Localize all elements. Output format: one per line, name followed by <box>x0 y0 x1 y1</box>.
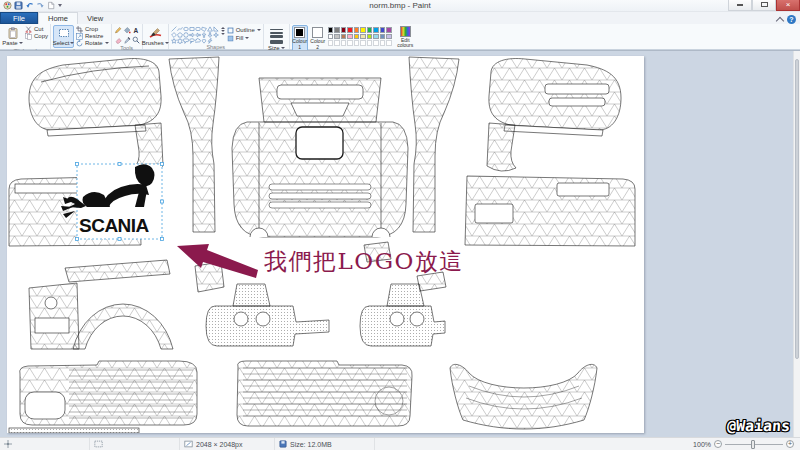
maximize-button[interactable] <box>752 0 776 11</box>
palette-swatch[interactable] <box>380 27 386 33</box>
pencil-tool-icon[interactable] <box>114 26 122 34</box>
minimize-button[interactable] <box>728 0 752 11</box>
cut-icon <box>25 26 32 33</box>
shape-outline-button[interactable]: Outline <box>227 27 261 33</box>
outline-icon <box>227 27 234 34</box>
zoom-out-button[interactable]: − <box>714 440 722 448</box>
colour1-swatch <box>294 27 305 38</box>
palette-swatch-empty[interactable] <box>380 40 386 46</box>
paste-button[interactable]: Paste <box>2 25 23 48</box>
copy-icon <box>25 33 32 40</box>
fill-bucket-tool-icon[interactable] <box>123 26 131 34</box>
image-dimensions-icon <box>184 440 193 448</box>
shapes-grid <box>171 25 219 44</box>
palette-swatch[interactable] <box>386 27 392 33</box>
colour2-button[interactable]: Colour 2 <box>310 25 326 52</box>
tab-home[interactable]: Home <box>38 12 78 24</box>
palette-swatch-empty[interactable] <box>386 40 392 46</box>
shapes-more-icon[interactable] <box>221 33 225 35</box>
palette-swatch[interactable] <box>334 27 340 33</box>
eraser-tool-icon[interactable] <box>114 36 122 44</box>
palette-swatch[interactable] <box>354 34 360 40</box>
shape-fill-button[interactable]: Fill <box>227 35 261 41</box>
window-title: norm.bmp - Paint <box>0 1 800 10</box>
cut-button[interactable]: Cut <box>25 26 48 32</box>
palette-swatch[interactable] <box>367 27 373 33</box>
undo-icon[interactable] <box>25 1 34 10</box>
cursor-position-cell <box>0 438 90 450</box>
palette-swatch[interactable] <box>386 34 392 40</box>
uv-piece-cab-side-left <box>29 59 163 172</box>
new-document-icon[interactable] <box>47 1 55 10</box>
palette-swatch-empty[interactable] <box>328 40 334 46</box>
palette-swatch-empty[interactable] <box>354 40 360 46</box>
zoom-in-button[interactable]: + <box>786 440 794 448</box>
palette-swatch-empty[interactable] <box>347 40 353 46</box>
brushes-button[interactable]: Brushes <box>145 25 166 48</box>
zoom-slider-handle[interactable] <box>751 440 755 449</box>
vertical-scrollbar-thumb[interactable] <box>795 59 799 359</box>
paint-window: norm.bmp - Paint × File Home View ? Past… <box>0 0 800 450</box>
palette-swatch[interactable] <box>380 34 386 40</box>
svg-text:A: A <box>133 27 138 34</box>
palette-swatch-empty[interactable] <box>367 40 373 46</box>
crop-button[interactable]: Crop <box>76 26 109 32</box>
zoom-slider[interactable] <box>725 444 783 445</box>
palette-swatch[interactable] <box>354 27 360 33</box>
palette-swatch[interactable] <box>347 27 353 33</box>
copy-button[interactable]: Copy <box>25 33 48 39</box>
four-point-star-shape-icon[interactable] <box>213 32 219 38</box>
palette-swatch[interactable] <box>328 27 334 33</box>
color-picker-tool-icon[interactable] <box>123 36 131 44</box>
uv-piece-cab-side-right <box>487 59 621 172</box>
palette-swatch[interactable] <box>347 34 353 40</box>
text-tool-icon[interactable]: A <box>132 26 140 34</box>
file-size-icon <box>279 440 287 448</box>
customize-toolbar-dropdown-icon[interactable] <box>58 4 62 7</box>
select-icon <box>58 27 70 39</box>
image-dimensions-cell: 2048 × 2048px <box>180 438 275 450</box>
palette-swatch[interactable] <box>341 27 347 33</box>
palette-swatch-empty[interactable] <box>334 40 340 46</box>
shapes-scroll-up-icon[interactable] <box>221 27 225 29</box>
tab-file[interactable]: File <box>0 12 38 24</box>
fill-label: Fill <box>236 35 244 41</box>
quick-access-toolbar <box>0 1 62 10</box>
resize-button[interactable]: Resize <box>76 33 109 39</box>
uv-piece-windshield <box>450 364 597 429</box>
palette-swatch[interactable] <box>367 34 373 40</box>
save-icon[interactable] <box>14 1 23 10</box>
select-button[interactable]: Select <box>53 25 74 48</box>
group-shapes: Outline Fill Shapes <box>169 24 264 49</box>
uv-piece-cab-back <box>232 78 408 237</box>
palette-swatch[interactable] <box>341 34 347 40</box>
magnifier-tool-icon[interactable] <box>132 36 140 44</box>
size-button[interactable]: Size <box>266 25 287 53</box>
close-button[interactable]: × <box>776 0 800 11</box>
palette-swatch-empty[interactable] <box>373 40 379 46</box>
palette-swatch-empty[interactable] <box>360 40 366 46</box>
select-label: Select <box>53 40 70 46</box>
tab-view[interactable]: View <box>78 12 112 24</box>
group-size: Size <box>264 24 290 49</box>
edit-colours-button[interactable]: Edit colours <box>394 25 416 48</box>
truck-uv-template-artwork: SCANIA 我們把LOGO放這 <box>7 56 644 433</box>
colour1-button[interactable]: Colour 1 <box>292 25 308 52</box>
palette-swatch[interactable] <box>328 34 334 40</box>
palette-swatch[interactable] <box>360 27 366 33</box>
palette-swatch[interactable] <box>373 34 379 40</box>
help-icon[interactable]: ? <box>787 15 796 24</box>
close-icon: × <box>786 0 791 9</box>
palette-swatch[interactable] <box>334 34 340 40</box>
rotate-button[interactable]: Rotate <box>76 40 109 46</box>
palette-swatch[interactable] <box>360 34 366 40</box>
palette-swatch-empty[interactable] <box>341 40 347 46</box>
vertical-scrollbar[interactable] <box>793 51 800 437</box>
redo-icon[interactable] <box>36 1 45 10</box>
shapes-scroll-down-icon[interactable] <box>221 30 225 32</box>
window-controls: × <box>728 0 800 12</box>
paint-app-icon[interactable] <box>3 1 12 10</box>
brush-icon <box>149 27 162 39</box>
palette-swatch[interactable] <box>373 27 379 33</box>
drawing-canvas[interactable]: SCANIA 我們把LOGO放這 <box>7 56 644 433</box>
